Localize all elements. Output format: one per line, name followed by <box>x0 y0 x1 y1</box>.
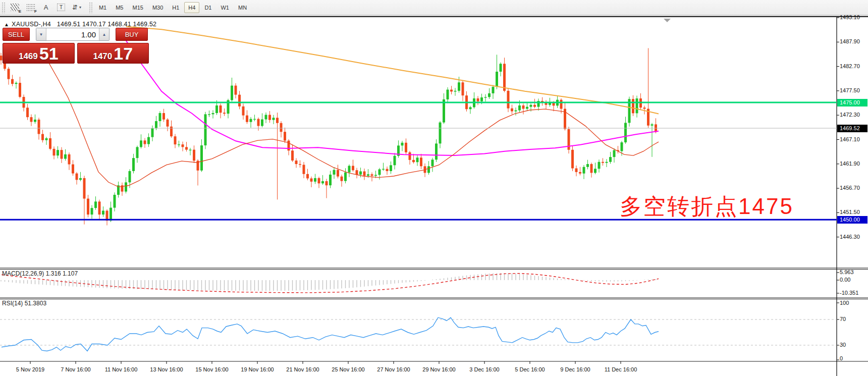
buy-price-small: 1470 <box>93 52 112 61</box>
price-tick-label: 1451.50 <box>840 209 860 215</box>
fibo-retracement-tool-icon[interactable]: F <box>24 2 37 14</box>
time-axis-label: 21 Nov 16:00 <box>286 366 319 372</box>
rsi-axis-label: 100 <box>840 300 849 306</box>
price-badge-1475.00: 1475.00 <box>837 99 867 106</box>
symbol-title: XAUUSD-,H4 <box>12 21 51 28</box>
time-axis-label: 9 Dec 16:00 <box>560 366 590 372</box>
buy-quote[interactable]: 1470 17 <box>77 43 149 64</box>
buy-price-big: 17 <box>114 45 133 62</box>
timeframe-button-h1[interactable]: H1 <box>168 2 183 13</box>
ohlc-values: 1469.51 1470.17 1468.41 1469.52 <box>57 21 156 28</box>
price-tick-label: 1467.10 <box>840 136 860 142</box>
toolbar-separator <box>89 2 93 13</box>
time-axis-label: 19 Nov 16:00 <box>241 366 274 372</box>
arrows-tool-icon[interactable]: ⇵▾ <box>70 2 84 14</box>
rsi-axis-label: 0 <box>840 355 843 361</box>
macd-axis-label: 5.963 <box>840 269 854 275</box>
price-tick-label: 1487.90 <box>840 38 860 44</box>
mt4-window: EFAT⇵▾ M1M5M15M30H1H4D1W1MN ▲XAUUSD-,H41… <box>0 0 868 376</box>
macd-label: MACD(12,26,9) 1.316 1.107 <box>2 270 78 277</box>
time-axis-label: 29 Nov 16:00 <box>422 366 455 372</box>
timeframe-button-d1[interactable]: D1 <box>200 2 215 13</box>
time-axis-label: 11 Nov 16:00 <box>105 366 138 372</box>
volume-stepper: ▼ ▲ <box>36 28 110 41</box>
price-badge-1469.52: 1469.52 <box>837 125 867 132</box>
fibo-expansion-tool-icon[interactable]: E <box>8 2 22 14</box>
price-tick-label: 1461.90 <box>840 160 860 167</box>
price-tick-label: 1482.70 <box>840 63 860 69</box>
text-label-tool-icon[interactable]: A <box>39 2 52 14</box>
volume-input[interactable] <box>46 28 99 40</box>
price-tick-label: 1472.30 <box>840 112 860 118</box>
time-axis-label: 15 Nov 16:00 <box>195 366 228 372</box>
time-axis-label: 7 Nov 16:00 <box>61 366 90 372</box>
sell-quote[interactable]: 1469 51 <box>3 43 75 64</box>
price-tick-label: 1493.10 <box>840 14 860 20</box>
sell-button[interactable]: SELL <box>3 28 30 41</box>
timeframe-button-w1[interactable]: W1 <box>216 2 233 13</box>
macd-axis-label: 0.00 <box>840 277 850 283</box>
price-tick-label: 1446.30 <box>840 234 860 240</box>
time-axis-label: 5 Dec 16:00 <box>515 366 545 372</box>
chart-area: ▲XAUUSD-,H41469.51 1470.17 1468.41 1469.… <box>0 17 868 376</box>
price-tick-label: 1456.70 <box>840 185 860 191</box>
timeframe-button-h4[interactable]: H4 <box>184 2 199 13</box>
rsi-label: RSI(14) 51.3803 <box>2 300 46 307</box>
time-axis-label: 13 Nov 16:00 <box>150 366 183 372</box>
macd-axis-label: -10.351 <box>840 290 858 296</box>
time-axis-label: 25 Nov 16:00 <box>332 366 364 372</box>
volume-increase-button[interactable]: ▲ <box>99 28 109 40</box>
drawing-tools-group: EFAT⇵▾ <box>7 2 85 14</box>
buy-button[interactable]: BUY <box>116 28 148 41</box>
toolbar-grip <box>2 2 6 13</box>
symbol-header: ▲XAUUSD-,H41469.51 1470.17 1468.41 1469.… <box>4 21 156 28</box>
price-badge-1450.00: 1450.00 <box>837 216 867 224</box>
timeframe-button-m5[interactable]: M5 <box>112 2 127 13</box>
time-axis-label: 11 Dec 16:00 <box>605 366 637 372</box>
timeframe-button-m30[interactable]: M30 <box>148 2 167 13</box>
time-axis-label: 5 Nov 2019 <box>16 366 44 372</box>
sell-price-big: 51 <box>39 45 59 62</box>
text-box-tool-icon[interactable]: T <box>55 2 68 14</box>
collapse-icon[interactable]: ▲ <box>4 22 9 27</box>
timeframe-button-mn[interactable]: MN <box>234 2 251 13</box>
chart-annotation-text: 多空转折点1475 <box>620 192 794 222</box>
toolbar: EFAT⇵▾ M1M5M15M30H1H4D1W1MN <box>0 0 868 15</box>
one-click-trading-panel: SELL ▼ ▲ BUY 1469 51 1470 17 <box>3 28 149 64</box>
timeframe-group: M1M5M15M30H1H4D1W1MN <box>94 2 251 13</box>
price-tick-label: 1477.50 <box>840 87 860 93</box>
sell-price-small: 1469 <box>19 52 38 61</box>
rsi-axis-label: 70 <box>840 316 846 322</box>
timeframe-button-m15[interactable]: M15 <box>128 2 147 13</box>
rsi-axis-label: 30 <box>840 342 846 348</box>
timeframe-button-m1[interactable]: M1 <box>95 2 111 13</box>
time-axis-label: 27 Nov 16:00 <box>377 366 410 372</box>
volume-decrease-button[interactable]: ▼ <box>36 28 46 40</box>
dropdown-caret-icon[interactable]: ▾ <box>79 5 81 10</box>
time-axis-label: 3 Dec 16:00 <box>469 366 499 372</box>
